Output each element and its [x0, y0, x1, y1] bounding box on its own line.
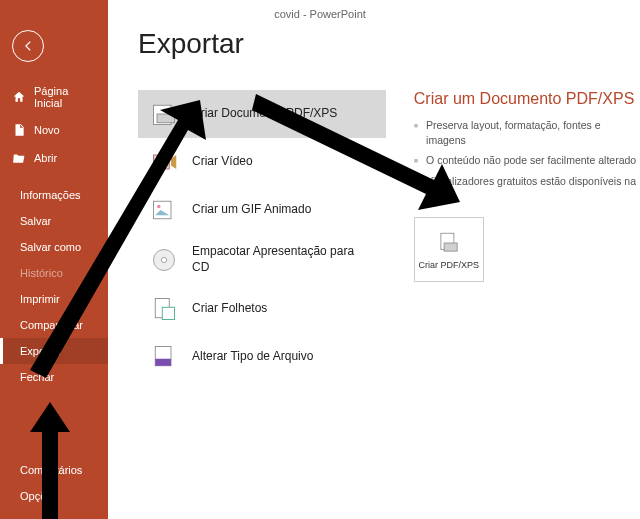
option-gif-label: Criar um GIF Animado	[192, 202, 311, 218]
option-video[interactable]: Criar Vídeo	[138, 138, 386, 186]
detail-title: Criar um Documento PDF/XPS	[414, 90, 640, 108]
nav-save[interactable]: Salvar	[0, 208, 108, 234]
backstage-sidebar: Página Inicial Novo Abrir Informações Sa…	[0, 0, 108, 519]
nav-print-label: Imprimir	[20, 293, 60, 305]
nav-close[interactable]: Fechar	[0, 364, 108, 390]
svg-rect-9	[162, 307, 174, 319]
home-icon	[12, 90, 26, 104]
create-pdf-xps-label: Criar PDF/XPS	[419, 260, 480, 271]
nav-options-label: Opções	[20, 490, 58, 502]
nav-save-label: Salvar	[20, 215, 51, 227]
svg-point-7	[161, 257, 166, 262]
nav-open-label: Abrir	[34, 152, 57, 164]
svg-rect-2	[154, 155, 170, 169]
nav-home-label: Página Inicial	[34, 85, 96, 109]
detail-panel: Criar um Documento PDF/XPS Preserva layo…	[414, 90, 640, 381]
option-pdf-xps[interactable]: Criar Documento PDF/XPS	[138, 90, 386, 138]
nav-new-label: Novo	[34, 124, 60, 136]
pdf-icon	[150, 100, 178, 128]
option-filetype[interactable]: Alterar Tipo de Arquivo	[138, 333, 386, 381]
nav-save-as[interactable]: Salvar como	[0, 234, 108, 260]
nav-history: Histórico	[0, 260, 108, 286]
handouts-icon	[150, 295, 178, 323]
folder-open-icon	[12, 151, 26, 165]
option-cd[interactable]: Empacotar Apresentação para CD	[138, 234, 386, 285]
nav-comments[interactable]: Comentários	[0, 457, 108, 483]
option-handouts-label: Criar Folhetos	[192, 301, 267, 317]
nav-print[interactable]: Imprimir	[0, 286, 108, 312]
svg-point-5	[157, 205, 161, 209]
nav-export-label: Exportar	[20, 345, 62, 357]
nav-home[interactable]: Página Inicial	[0, 78, 108, 116]
nav-comments-label: Comentários	[20, 464, 82, 476]
nav-share[interactable]: Compartilhar	[0, 312, 108, 338]
svg-rect-13	[444, 243, 457, 251]
pdf-action-icon	[436, 230, 462, 256]
nav-history-label: Histórico	[20, 267, 63, 279]
option-handouts[interactable]: Criar Folhetos	[138, 285, 386, 333]
page-title: Exportar	[138, 28, 640, 60]
nav-new[interactable]: Novo	[0, 116, 108, 144]
back-arrow-icon	[21, 39, 35, 53]
option-pdf-label: Criar Documento PDF/XPS	[192, 106, 337, 122]
gif-icon	[150, 196, 178, 224]
nav-info[interactable]: Informações	[0, 182, 108, 208]
svg-rect-4	[154, 201, 172, 219]
nav-options[interactable]: Opções	[0, 483, 108, 509]
nav-open[interactable]: Abrir	[0, 144, 108, 172]
export-options-list: Criar Documento PDF/XPS Criar Vídeo Cria…	[138, 90, 386, 381]
filetype-icon	[150, 343, 178, 371]
nav-info-label: Informações	[20, 189, 81, 201]
document-icon	[12, 123, 26, 137]
option-video-label: Criar Vídeo	[192, 154, 253, 170]
create-pdf-xps-button[interactable]: Criar PDF/XPS	[414, 217, 484, 282]
nav-share-label: Compartilhar	[20, 319, 83, 331]
option-filetype-label: Alterar Tipo de Arquivo	[192, 349, 313, 365]
detail-bullet: Visualizadores gratuitos estão disponíve…	[414, 174, 640, 203]
svg-rect-11	[155, 359, 171, 366]
back-button[interactable]	[12, 30, 44, 62]
svg-rect-1	[157, 114, 175, 123]
detail-bullet: Preserva layout, formatação, fontes e im…	[414, 118, 640, 147]
nav-export[interactable]: Exportar	[0, 338, 108, 364]
nav-close-label: Fechar	[20, 371, 54, 383]
svg-marker-3	[171, 155, 176, 169]
cd-icon	[150, 246, 178, 274]
video-icon	[150, 148, 178, 176]
detail-bullet: O conteúdo não pode ser facilmente alter…	[414, 153, 640, 168]
main-panel: Exportar Criar Documento PDF/XPS Criar V…	[108, 0, 640, 519]
nav-save-as-label: Salvar como	[20, 241, 81, 253]
option-gif[interactable]: Criar um GIF Animado	[138, 186, 386, 234]
option-cd-label: Empacotar Apresentação para CD	[192, 244, 374, 275]
